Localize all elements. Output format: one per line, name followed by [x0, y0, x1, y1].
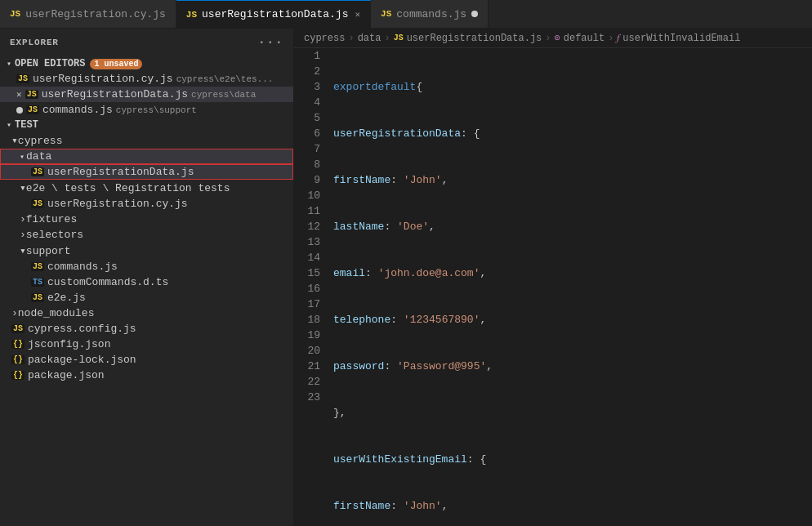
file-package-lock[interactable]: {} package-lock.json: [0, 352, 293, 368]
code-line: firstName: 'John',: [333, 498, 805, 514]
folder-name: selectors: [26, 229, 83, 241]
sidebar: EXPLORER ··· ▾ OPEN EDITORS 1 unsaved JS…: [0, 29, 294, 526]
folder-fixtures[interactable]: › fixtures: [0, 212, 293, 227]
chevron-down-icon: ▾: [20, 244, 26, 257]
open-editors-section[interactable]: ▾ OPEN EDITORS 1 unsaved: [0, 56, 293, 71]
filename: package.json: [28, 369, 105, 381]
js-icon: JS: [31, 262, 44, 271]
breadcrumb-sep: ›: [384, 33, 390, 44]
test-label: TEST: [15, 119, 38, 131]
file-package[interactable]: {} package.json: [0, 368, 293, 383]
filename: jsconfig.json: [28, 338, 110, 350]
file-customcommands[interactable]: TS customCommands.d.ts: [0, 274, 293, 290]
file-userregistration-cy[interactable]: JS userRegistration.cy.js: [0, 196, 293, 212]
breadcrumb-item: data: [358, 33, 381, 44]
json-icon: {}: [11, 340, 25, 349]
line-numbers: 12345 678910 1112131415 1617181920 21222…: [294, 48, 327, 526]
code-area[interactable]: 12345 678910 1112131415 1617181920 21222…: [294, 48, 812, 526]
filename: userRegistration.cy.js: [47, 198, 188, 210]
open-file-commands[interactable]: JS commands.js cypress\support: [0, 102, 293, 118]
folder-name: node_modules: [18, 307, 95, 319]
tab-userregistration[interactable]: JS userRegistration.cy.js: [0, 0, 176, 28]
chevron-down-icon: ▾: [11, 134, 18, 147]
code-line: email: 'john.doe@a.com',: [333, 265, 805, 281]
explorer-header: EXPLORER ···: [0, 29, 293, 56]
code-line: export default {: [333, 79, 805, 95]
open-file-userregistration[interactable]: JS userRegistration.cy.js cypress\e2e\te…: [0, 71, 293, 87]
folder-selectors[interactable]: › selectors: [0, 227, 293, 243]
tab-bar: JS userRegistration.cy.js JS userRegistr…: [0, 0, 812, 29]
modified-dot: [16, 107, 23, 114]
folder-nodemodules[interactable]: › node_modules: [0, 305, 293, 321]
breadcrumb-sep: ›: [608, 33, 613, 44]
breadcrumb: cypress › data › JS userRegistrationData…: [294, 29, 812, 48]
chevron-down-icon: ▾: [7, 59, 11, 69]
unsaved-dot: [471, 11, 478, 17]
folder-cypress[interactable]: ▾ cypress: [0, 132, 293, 149]
code-line: lastName: 'Doe',: [333, 219, 805, 234]
js-icon: JS: [11, 324, 25, 333]
js-icon: JS: [31, 293, 44, 302]
chevron-down-icon: ▾: [7, 120, 11, 130]
filename: customCommands.d.ts: [47, 276, 168, 288]
folder-name: fixtures: [26, 213, 77, 225]
explorer-title: EXPLORER: [10, 38, 59, 47]
js-icon: JS: [31, 167, 44, 176]
file-path: cypress\data: [191, 90, 256, 100]
filename: e2e.js: [47, 292, 86, 304]
code-line: },: [333, 405, 805, 421]
breadcrumb-item: userRegistrationData.js: [407, 33, 542, 44]
open-editors-label: OPEN EDITORS: [15, 58, 85, 69]
chevron-right-icon: ›: [11, 307, 18, 319]
tab-userregistrationdata[interactable]: JS userRegistrationData.js ✕: [176, 0, 371, 28]
ts-icon: TS: [31, 278, 44, 287]
folder-support[interactable]: ▾ support: [0, 243, 293, 259]
tab-label: userRegistration.cy.js: [25, 8, 166, 20]
chevron-down-icon: ▾: [20, 152, 25, 162]
function-icon: 𝑓: [617, 33, 619, 44]
unsaved-badge: 1 unsaved: [90, 59, 142, 69]
file-e2e[interactable]: JS e2e.js: [0, 290, 293, 305]
open-file-userregistrationdata[interactable]: ✕ JS userRegistrationData.js cypress\dat…: [0, 87, 293, 102]
js-icon: JS: [26, 105, 39, 114]
breadcrumb-item: cypress: [304, 33, 345, 44]
code-line: password: 'Password@995',: [333, 359, 805, 374]
file-cypress-config[interactable]: JS cypress.config.js: [0, 321, 293, 337]
file-commands[interactable]: JS commands.js: [0, 259, 293, 274]
js-icon: JS: [186, 10, 197, 20]
json-icon: {}: [11, 355, 25, 364]
js-icon: JS: [10, 9, 20, 19]
js-icon: JS: [394, 33, 404, 42]
code-line: userRegistrationData: {: [333, 126, 805, 141]
breadcrumb-item: ⊙: [555, 32, 560, 44]
test-section[interactable]: ▾ TEST: [0, 118, 293, 132]
folder-name: e2e \ tests \ Registration tests: [26, 182, 230, 194]
json-icon: {}: [11, 371, 25, 380]
more-options-icon[interactable]: ···: [258, 35, 283, 50]
close-icon[interactable]: ✕: [355, 9, 360, 20]
js-icon: JS: [31, 199, 44, 208]
filename: commands.js: [42, 104, 113, 116]
file-jsconfig[interactable]: {} jsconfig.json: [0, 337, 293, 352]
file-userregistrationdata[interactable]: JS userRegistrationData.js: [0, 164, 293, 180]
code-line: firstName: 'John',: [333, 172, 805, 188]
filename: cypress.config.js: [28, 323, 136, 335]
filename: commands.js: [47, 261, 118, 273]
filename: userRegistration.cy.js: [33, 73, 173, 85]
filename: userRegistrationData.js: [47, 166, 194, 178]
breadcrumb-sep: ›: [545, 33, 551, 44]
close-icon[interactable]: ✕: [16, 89, 22, 100]
main-area: EXPLORER ··· ▾ OPEN EDITORS 1 unsaved JS…: [0, 29, 812, 526]
breadcrumb-sep: ›: [348, 33, 354, 44]
tab-label: userRegistrationData.js: [202, 8, 348, 20]
folder-name: support: [26, 245, 71, 257]
folder-name: cypress: [18, 135, 63, 147]
code-line: userWithExistingEmail: {: [333, 452, 805, 467]
folder-e2e[interactable]: ▾ e2e \ tests \ Registration tests: [0, 180, 293, 196]
folder-name: data: [26, 150, 51, 163]
folder-data[interactable]: ▾ data: [0, 149, 293, 164]
file-path: cypress\support: [116, 105, 197, 115]
tab-commands[interactable]: JS commands.js: [371, 0, 489, 28]
code-content[interactable]: export default { userRegistrationData: {…: [327, 48, 812, 526]
js-icon: JS: [381, 9, 391, 19]
